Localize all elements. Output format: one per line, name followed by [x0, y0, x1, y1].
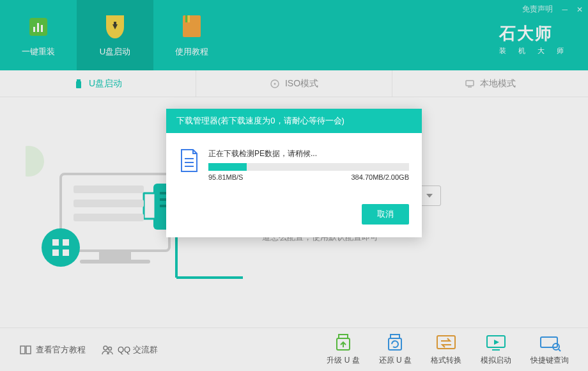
- download-speed: 95.81MB/S: [208, 173, 243, 181]
- progress-status: 正在下载检测PE数据，请稍候...: [208, 148, 409, 159]
- modal-overlay: 下载管理器(若下载速度为0，请耐心等待一会) 正在下载检测PE数据，请稍候...…: [0, 0, 588, 371]
- modal-title: 下载管理器(若下载速度为0，请耐心等待一会): [166, 109, 422, 133]
- document-icon: [179, 148, 199, 175]
- progress-fill: [208, 163, 247, 171]
- download-modal: 下载管理器(若下载速度为0，请耐心等待一会) 正在下载检测PE数据，请稍候...…: [166, 109, 422, 237]
- cancel-button[interactable]: 取消: [362, 204, 409, 225]
- download-progress: 384.70MB/2.00GB: [351, 173, 409, 181]
- progress-bar: [208, 163, 409, 171]
